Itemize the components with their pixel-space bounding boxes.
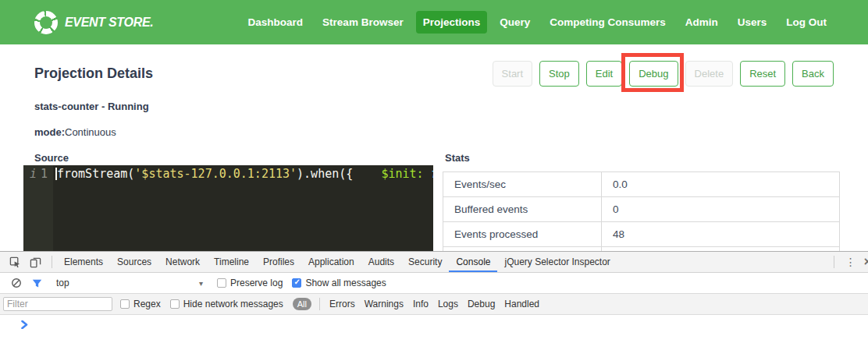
stats-table: Events/sec 0.0 Buffered events 0 Events … [443, 172, 840, 256]
editor-gutter: i1 [23, 165, 53, 251]
console-output-area[interactable] [0, 315, 868, 342]
tab-timeline[interactable]: Timeline [207, 252, 256, 272]
nav-item-users[interactable]: Users [731, 11, 774, 34]
stat-value-cell: 48 [602, 222, 840, 247]
nav-item-dashboard[interactable]: Dashboard [241, 11, 311, 34]
code-token: fromStream( [57, 167, 134, 181]
preserve-log-checkbox[interactable] [217, 278, 226, 288]
show-all-messages-checkbox[interactable] [292, 278, 301, 288]
delete-button[interactable]: Delete [685, 61, 734, 87]
regex-checkbox[interactable] [120, 299, 130, 309]
code-token [353, 167, 381, 181]
back-button[interactable]: Back [792, 61, 834, 87]
mode-value: Continuous [65, 126, 116, 138]
nav-item-logout[interactable]: Log Out [779, 11, 834, 34]
projection-mode: mode:Continuous [34, 126, 116, 138]
devtools-close-icon[interactable]: × [863, 255, 868, 269]
stats-section-label: Stats [445, 152, 470, 164]
start-button[interactable]: Start [493, 61, 532, 87]
tab-audits[interactable]: Audits [361, 252, 401, 272]
code-token-keyword: fu [431, 167, 433, 181]
device-toolbar-icon[interactable] [27, 253, 44, 271]
filter-level-debug[interactable]: Debug [468, 299, 495, 309]
top-navigation-bar: EVENT STORE. Dashboard Stream Browser Pr… [0, 0, 868, 44]
nav-item-projections[interactable]: Projections [416, 11, 488, 34]
filter-icon[interactable] [28, 274, 45, 292]
page-title: Projection Details [34, 65, 153, 82]
tab-elements[interactable]: Elements [57, 252, 110, 272]
debug-button[interactable]: Debug [629, 61, 678, 87]
divider [319, 298, 320, 310]
main-nav: Dashboard Stream Browser Projections Que… [241, 11, 834, 34]
edit-button[interactable]: Edit [586, 61, 622, 87]
code-token-string: '$stats-127.0.0.1:2113' [134, 167, 297, 181]
debug-button-wrap: Debug [629, 61, 678, 87]
code-token-property: $init: [381, 167, 423, 181]
brand-name: EVENT STORE. [65, 16, 153, 30]
preserve-log-label[interactable]: Preserve log [230, 278, 283, 288]
tab-jquery-selector-inspector[interactable]: jQuery Selector Inspector [497, 252, 617, 272]
filter-input[interactable] [3, 297, 112, 311]
nav-item-admin[interactable]: Admin [678, 11, 725, 34]
tab-sources[interactable]: Sources [110, 252, 158, 272]
nav-item-query[interactable]: Query [493, 11, 537, 34]
eventstore-logo-icon [34, 11, 58, 34]
chevron-down-icon: ▾ [199, 279, 203, 288]
table-row: Buffered events 0 [443, 197, 840, 222]
tab-application[interactable]: Application [301, 252, 361, 272]
devtools-tabbar-right: ⋮ × [829, 255, 868, 269]
filter-level-info[interactable]: Info [413, 299, 429, 309]
stat-name-cell: Buffered events [443, 197, 602, 222]
clear-console-icon[interactable] [8, 274, 25, 292]
nav-item-stream-browser[interactable]: Stream Browser [315, 11, 411, 34]
tab-console[interactable]: Console [449, 252, 497, 272]
devtools-panel: Elements Sources Network Timeline Profil… [0, 251, 868, 343]
table-row: Events/sec 0.0 [443, 172, 840, 197]
divider [52, 256, 52, 268]
filter-level-handled[interactable]: Handled [504, 299, 539, 309]
console-toolbar: top ▾ Preserve log Show all messages [0, 273, 868, 294]
tab-security[interactable]: Security [401, 252, 449, 272]
code-line: fromStream('$stats-127.0.0.1:2113').when… [53, 165, 433, 251]
filter-level-errors[interactable]: Errors [329, 299, 355, 309]
mode-label: mode: [34, 126, 65, 138]
stop-button[interactable]: Stop [539, 61, 579, 87]
source-section-label: Source [34, 152, 69, 164]
execution-context-selector[interactable]: top ▾ [56, 278, 203, 288]
hide-network-messages-label[interactable]: Hide network messages [183, 299, 283, 309]
projection-name-status: stats-counter - Running [34, 101, 149, 112]
page: EVENT STORE. Dashboard Stream Browser Pr… [0, 0, 868, 343]
filter-level-warnings[interactable]: Warnings [365, 299, 404, 309]
source-code-editor[interactable]: i1 fromStream('$stats-127.0.0.1:2113').w… [23, 165, 433, 251]
line-number: 1 [41, 167, 48, 181]
stat-value-cell: 0.0 [602, 172, 840, 197]
console-prompt-icon [21, 320, 28, 331]
tab-network[interactable]: Network [158, 252, 207, 272]
reset-button[interactable]: Reset [740, 61, 785, 87]
filter-all-badge[interactable]: All [293, 298, 311, 310]
nav-item-competing-consumers[interactable]: Competing Consumers [542, 11, 673, 34]
divider [834, 256, 834, 268]
gutter-annotation-icon: i [30, 167, 37, 181]
projection-action-buttons: Start Stop Edit Debug Delete Reset Back [493, 61, 834, 87]
filter-level-logs[interactable]: Logs [438, 299, 458, 309]
stat-name-cell: Events processed [443, 222, 602, 247]
regex-label[interactable]: Regex [133, 299, 161, 309]
inspect-element-icon[interactable] [6, 253, 23, 271]
devtools-menu-icon[interactable]: ⋮ [839, 256, 863, 268]
tab-profiles[interactable]: Profiles [256, 252, 301, 272]
hide-network-messages-checkbox[interactable] [170, 299, 180, 309]
brand[interactable]: EVENT STORE. [34, 11, 153, 34]
table-row: Events processed 48 [443, 222, 840, 247]
stat-value-cell: 0 [602, 197, 840, 222]
execution-context-value: top [56, 278, 69, 288]
devtools-tab-bar: Elements Sources Network Timeline Profil… [0, 252, 868, 273]
console-filter-bar: Regex Hide network messages All Errors W… [0, 294, 868, 315]
stat-name-cell: Events/sec [443, 172, 602, 197]
show-all-messages-label[interactable]: Show all messages [305, 278, 386, 288]
code-token: ).when({ [297, 167, 353, 181]
code-token [424, 167, 431, 181]
